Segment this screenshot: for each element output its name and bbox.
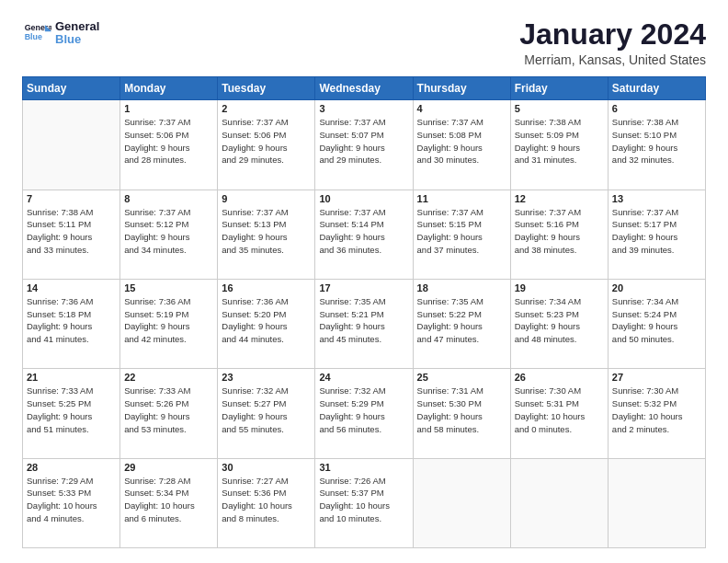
calendar-cell: 30Sunrise: 7:27 AMSunset: 5:36 PMDayligh… [218, 458, 315, 547]
day-number: 8 [124, 193, 213, 204]
calendar-header-sunday: Sunday [23, 77, 120, 100]
day-number: 17 [319, 282, 408, 293]
calendar-cell: 14Sunrise: 7:36 AMSunset: 5:18 PMDayligh… [23, 279, 120, 368]
calendar-header-monday: Monday [120, 77, 218, 100]
week-row-1: 1Sunrise: 7:37 AMSunset: 5:06 PMDaylight… [23, 100, 706, 190]
day-number: 21 [27, 372, 116, 383]
day-info: Sunrise: 7:35 AMSunset: 5:22 PMDaylight:… [417, 295, 506, 346]
calendar-header-tuesday: Tuesday [218, 77, 315, 100]
day-number: 10 [319, 193, 408, 204]
day-info: Sunrise: 7:37 AMSunset: 5:16 PMDaylight:… [515, 206, 604, 257]
day-number: 6 [612, 103, 701, 114]
day-info: Sunrise: 7:37 AMSunset: 5:14 PMDaylight:… [319, 206, 408, 257]
calendar-cell: 24Sunrise: 7:32 AMSunset: 5:29 PMDayligh… [315, 369, 413, 458]
logo-text: General Blue [55, 20, 99, 47]
day-info: Sunrise: 7:29 AMSunset: 5:33 PMDaylight:… [27, 475, 116, 525]
calendar-cell: 6Sunrise: 7:38 AMSunset: 5:10 PMDaylight… [608, 100, 705, 190]
calendar-cell: 4Sunrise: 7:37 AMSunset: 5:08 PMDaylight… [413, 100, 510, 190]
week-row-4: 21Sunrise: 7:33 AMSunset: 5:25 PMDayligh… [23, 369, 706, 458]
calendar-header-thursday: Thursday [413, 77, 510, 100]
day-info: Sunrise: 7:33 AMSunset: 5:26 PMDaylight:… [124, 385, 213, 435]
day-info: Sunrise: 7:37 AMSunset: 5:17 PMDaylight:… [612, 206, 701, 257]
calendar-cell: 15Sunrise: 7:36 AMSunset: 5:19 PMDayligh… [120, 279, 218, 368]
day-info: Sunrise: 7:38 AMSunset: 5:10 PMDaylight:… [612, 116, 701, 167]
calendar-cell: 20Sunrise: 7:34 AMSunset: 5:24 PMDayligh… [608, 279, 705, 368]
day-info: Sunrise: 7:37 AMSunset: 5:12 PMDaylight:… [124, 206, 213, 257]
logo-blue: Blue [55, 33, 99, 46]
day-number: 7 [27, 193, 116, 204]
day-number: 1 [124, 103, 213, 114]
day-info: Sunrise: 7:30 AMSunset: 5:31 PMDaylight:… [515, 385, 604, 435]
day-info: Sunrise: 7:30 AMSunset: 5:32 PMDaylight:… [612, 385, 701, 435]
day-number: 31 [319, 462, 408, 473]
day-number: 28 [27, 462, 116, 473]
calendar-header-wednesday: Wednesday [315, 77, 413, 100]
day-info: Sunrise: 7:35 AMSunset: 5:21 PMDaylight:… [319, 295, 408, 346]
calendar-table: SundayMondayTuesdayWednesdayThursdayFrid… [22, 76, 706, 548]
day-number: 23 [222, 372, 311, 383]
day-number: 18 [417, 282, 506, 293]
svg-text:Blue: Blue [25, 32, 42, 41]
calendar-cell [608, 458, 705, 547]
day-number: 27 [612, 372, 701, 383]
calendar-cell: 31Sunrise: 7:26 AMSunset: 5:37 PMDayligh… [315, 458, 413, 547]
day-number: 3 [319, 103, 408, 114]
day-number: 12 [515, 193, 604, 204]
day-number: 14 [27, 282, 116, 293]
calendar-cell: 18Sunrise: 7:35 AMSunset: 5:22 PMDayligh… [413, 279, 510, 368]
calendar-cell: 26Sunrise: 7:30 AMSunset: 5:31 PMDayligh… [510, 369, 608, 458]
logo-general: General [55, 20, 99, 33]
day-number: 19 [515, 282, 604, 293]
day-number: 15 [124, 282, 213, 293]
calendar-cell: 8Sunrise: 7:37 AMSunset: 5:12 PMDaylight… [120, 190, 218, 279]
month-title: January 2024 [519, 18, 706, 51]
calendar-cell: 7Sunrise: 7:38 AMSunset: 5:11 PMDaylight… [23, 190, 120, 279]
day-info: Sunrise: 7:37 AMSunset: 5:08 PMDaylight:… [417, 116, 506, 167]
day-info: Sunrise: 7:38 AMSunset: 5:09 PMDaylight:… [515, 116, 604, 167]
day-number: 9 [222, 193, 311, 204]
week-row-3: 14Sunrise: 7:36 AMSunset: 5:18 PMDayligh… [23, 279, 706, 368]
day-number: 2 [222, 103, 311, 114]
calendar-cell: 23Sunrise: 7:32 AMSunset: 5:27 PMDayligh… [218, 369, 315, 458]
day-info: Sunrise: 7:27 AMSunset: 5:36 PMDaylight:… [222, 475, 311, 525]
week-row-5: 28Sunrise: 7:29 AMSunset: 5:33 PMDayligh… [23, 458, 706, 547]
calendar-cell: 25Sunrise: 7:31 AMSunset: 5:30 PMDayligh… [413, 369, 510, 458]
calendar-cell: 12Sunrise: 7:37 AMSunset: 5:16 PMDayligh… [510, 190, 608, 279]
day-info: Sunrise: 7:36 AMSunset: 5:18 PMDaylight:… [27, 295, 116, 346]
calendar-cell: 2Sunrise: 7:37 AMSunset: 5:06 PMDaylight… [218, 100, 315, 190]
day-info: Sunrise: 7:34 AMSunset: 5:24 PMDaylight:… [612, 295, 701, 346]
calendar-header-saturday: Saturday [608, 77, 705, 100]
calendar-cell: 13Sunrise: 7:37 AMSunset: 5:17 PMDayligh… [608, 190, 705, 279]
calendar-cell [23, 100, 120, 190]
day-number: 4 [417, 103, 506, 114]
day-info: Sunrise: 7:32 AMSunset: 5:27 PMDaylight:… [222, 385, 311, 435]
calendar-cell: 9Sunrise: 7:37 AMSunset: 5:13 PMDaylight… [218, 190, 315, 279]
day-number: 22 [124, 372, 213, 383]
calendar-cell: 16Sunrise: 7:36 AMSunset: 5:20 PMDayligh… [218, 279, 315, 368]
day-number: 29 [124, 462, 213, 473]
calendar-header-friday: Friday [510, 77, 608, 100]
day-number: 16 [222, 282, 311, 293]
day-info: Sunrise: 7:36 AMSunset: 5:20 PMDaylight:… [222, 295, 311, 346]
day-info: Sunrise: 7:26 AMSunset: 5:37 PMDaylight:… [319, 475, 408, 525]
day-info: Sunrise: 7:38 AMSunset: 5:11 PMDaylight:… [27, 206, 116, 257]
day-info: Sunrise: 7:28 AMSunset: 5:34 PMDaylight:… [124, 475, 213, 525]
day-info: Sunrise: 7:37 AMSunset: 5:06 PMDaylight:… [124, 116, 213, 167]
day-info: Sunrise: 7:34 AMSunset: 5:23 PMDaylight:… [515, 295, 604, 346]
day-number: 24 [319, 372, 408, 383]
header: General Blue General Blue January 2024 M… [22, 18, 706, 67]
day-info: Sunrise: 7:33 AMSunset: 5:25 PMDaylight:… [27, 385, 116, 435]
title-section: January 2024 Merriam, Kansas, United Sta… [519, 18, 706, 67]
day-info: Sunrise: 7:37 AMSunset: 5:06 PMDaylight:… [222, 116, 311, 167]
day-info: Sunrise: 7:37 AMSunset: 5:13 PMDaylight:… [222, 206, 311, 257]
calendar-cell: 1Sunrise: 7:37 AMSunset: 5:06 PMDaylight… [120, 100, 218, 190]
calendar-cell: 11Sunrise: 7:37 AMSunset: 5:15 PMDayligh… [413, 190, 510, 279]
calendar-cell: 21Sunrise: 7:33 AMSunset: 5:25 PMDayligh… [23, 369, 120, 458]
location: Merriam, Kansas, United States [519, 52, 706, 67]
calendar-cell: 5Sunrise: 7:38 AMSunset: 5:09 PMDaylight… [510, 100, 608, 190]
calendar-header-row: SundayMondayTuesdayWednesdayThursdayFrid… [23, 77, 706, 100]
day-info: Sunrise: 7:37 AMSunset: 5:15 PMDaylight:… [417, 206, 506, 257]
day-info: Sunrise: 7:37 AMSunset: 5:07 PMDaylight:… [319, 116, 408, 167]
day-info: Sunrise: 7:32 AMSunset: 5:29 PMDaylight:… [319, 385, 408, 435]
logo-icon: General Blue [22, 18, 51, 48]
